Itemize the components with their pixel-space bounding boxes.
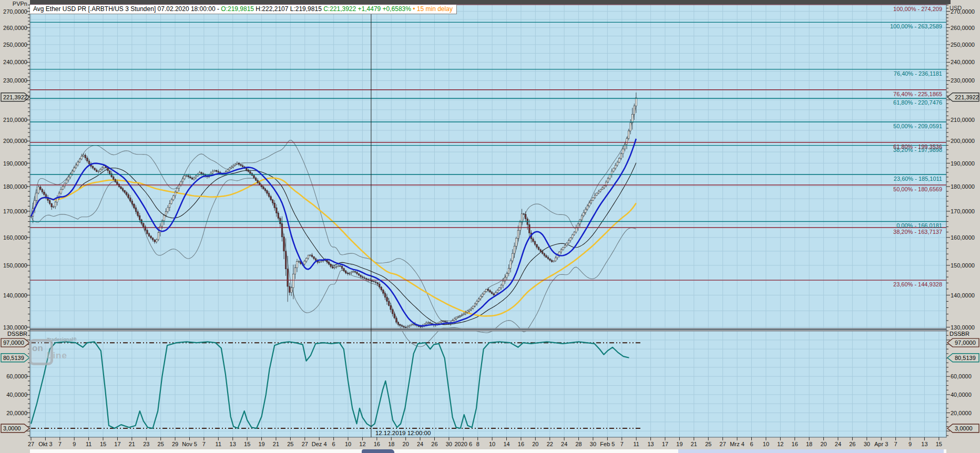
fib-extension-label: 50,00% - 180,6569	[893, 186, 942, 193]
crosshair-timestamp-label: 12.12.2019 12:00:00	[375, 430, 431, 436]
price-axis-label-left: 200,0000	[0, 138, 27, 145]
svg-text:97,0000: 97,0000	[3, 339, 24, 346]
svg-text:3,0000: 3,0000	[955, 425, 973, 431]
price-axis-label-right: 210,0000	[951, 117, 975, 123]
price-axis-label-right: 240,0000	[951, 59, 975, 66]
chart-plot-area[interactable]: 221,3922221,392297,000097,000080,513980,…	[0, 0, 980, 453]
fib-retracement-label: 100,00% - 263,2589	[890, 23, 942, 30]
price-tag-left[interactable]: 221,3922	[1, 93, 29, 101]
price-axis-label-left: 150,0000	[0, 262, 27, 269]
price-axis-label-right: 250,0000	[951, 42, 975, 48]
tradesignal-chart-window: { "title_segments":[ {"text":"Avg Ether …	[0, 0, 980, 453]
title-segment: 15 min delay	[417, 5, 453, 13]
price-axis-label-left: 210,0000	[0, 117, 27, 123]
fib-retracement-label: 23,60% - 185,1011	[894, 176, 942, 182]
fib-retracement-label: 76,40% - 236,1181	[894, 70, 942, 77]
osc-axis-label-left: 20,0000	[0, 410, 27, 417]
fib-retracement-label: 61,80% - 220,7476	[893, 99, 942, 106]
price-axis-label-left: 170,0000	[0, 208, 27, 215]
price-axis-label-left: 270,0000	[0, 8, 27, 15]
osc-axis-label-left: 40,0000	[0, 392, 27, 398]
osc-axis-label-right: 20,0000	[951, 410, 972, 417]
price-tag-right[interactable]: 221,3922	[947, 93, 979, 101]
price-axis-label-left: 230,0000	[0, 77, 27, 84]
osc-lower-tag-left[interactable]: 3,0000	[1, 424, 29, 433]
scroll-preview-thumbnail	[362, 449, 394, 453]
logo-text-on: on	[32, 343, 43, 354]
svg-text:80,5139: 80,5139	[955, 355, 976, 361]
osc-upper-tag-right[interactable]: 97,0000	[947, 338, 979, 347]
price-axis-label-left: 140,0000	[0, 292, 27, 299]
fib-extension-label: 23,60% - 144,9328	[893, 281, 942, 288]
title-segment: Avg Ether USD PR [.ARBTH/US 3 Stunden] 0…	[33, 5, 221, 13]
horizontal-scroll-thumb[interactable]	[678, 449, 944, 453]
window-top-edge	[30, 0, 951, 4]
osc-value-tag-left[interactable]: 80,5139	[1, 354, 29, 362]
osc-axis-label-right: 40,0000	[951, 392, 972, 398]
oscillator-caption-left: DSSBR	[0, 331, 27, 337]
price-axis-label-right: 190,0000	[951, 160, 975, 167]
svg-text:97,0000: 97,0000	[955, 339, 976, 346]
oscillator-caption-right: DSSBR	[950, 331, 969, 337]
fib-extension-label: 76,40% - 225,1865	[893, 91, 942, 98]
time-axis-label: 15	[927, 441, 951, 448]
osc-axis-label-left: 60,0000	[0, 373, 27, 380]
osc-value-tag-right[interactable]: 80,5139	[947, 354, 979, 362]
left-axis-caption: PVPn	[0, 1, 27, 7]
chart-title-bar: Avg Ether USD PR [.ARBTH/US 3 Stunden] 0…	[30, 5, 457, 14]
price-axis-label-left: 160,0000	[0, 234, 27, 241]
price-axis-label-right: 200,0000	[951, 138, 975, 145]
price-axis-label-left: 250,0000	[0, 42, 27, 48]
svg-text:221,3922: 221,3922	[955, 94, 979, 100]
fib-extension-label: 61,80% - 199,3536	[893, 143, 942, 150]
price-axis-label-right: 230,0000	[951, 77, 975, 84]
fib-extension-label: 38,20% - 163,7137	[893, 229, 942, 235]
price-axis-label-right: 260,0000	[951, 25, 975, 32]
price-axis-label-right: 170,0000	[951, 208, 975, 215]
svg-text:221,3922: 221,3922	[3, 94, 27, 100]
title-segment: O:219,9815	[221, 5, 254, 13]
title-segment: C:221,3922 +1,4479 +0,6583%	[323, 5, 411, 13]
osc-lower-tag-right[interactable]: 3,0000	[947, 424, 979, 433]
title-segment: H:222,2107 L:219,9815	[254, 5, 323, 13]
price-axis-label-right: 180,0000	[951, 183, 975, 190]
price-axis-label-right: 150,0000	[951, 262, 975, 269]
price-axis-label-left: 180,0000	[0, 183, 27, 190]
price-axis-label-left: 260,0000	[0, 25, 27, 32]
title-segment: •	[411, 5, 417, 13]
price-axis-label-left: 240,0000	[0, 59, 27, 66]
price-axis-label-left: 190,0000	[0, 160, 27, 167]
price-axis-label-right: 140,0000	[951, 292, 975, 299]
price-axis-label-right: 160,0000	[951, 234, 975, 241]
logo-text-line: Line	[47, 351, 67, 361]
fib-retracement-label: 50,00% - 209,0591	[893, 123, 942, 130]
svg-text:80,5139: 80,5139	[3, 355, 24, 361]
svg-text:3,0000: 3,0000	[3, 425, 21, 431]
fib-extension-label: 100,00% - 274,209	[893, 6, 942, 13]
price-axis-label-right: 130,0000	[951, 324, 975, 331]
osc-axis-label-right: 60,0000	[951, 373, 972, 380]
price-axis-label-left: 130,0000	[0, 324, 27, 331]
osc-upper-tag-left[interactable]: 97,0000	[1, 338, 29, 347]
price-axis-label-right: 270,0000	[951, 8, 975, 15]
